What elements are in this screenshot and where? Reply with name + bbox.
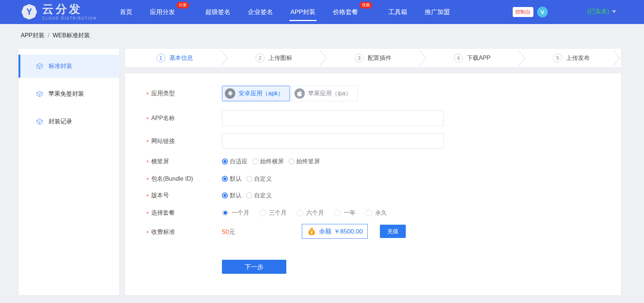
price-label: * 收费标准 xyxy=(146,228,175,236)
app-name-input[interactable] xyxy=(222,110,444,126)
site-url-input[interactable] xyxy=(222,133,444,149)
radio-icon xyxy=(246,176,252,182)
breadcrumb-separator: / xyxy=(48,32,49,38)
step-label: 上传发布 xyxy=(566,54,590,62)
radio-icon xyxy=(252,159,258,164)
svg-text:¥: ¥ xyxy=(311,230,313,234)
nav-item-toolbox[interactable]: 工具箱 xyxy=(388,8,407,16)
chevron-right-icon xyxy=(220,50,228,67)
app-type-ios-button[interactable]: 苹果应用（ipa） xyxy=(291,86,358,101)
step-basic-info[interactable]: 1 基本信息 xyxy=(125,49,224,67)
step-label: 下载APP xyxy=(467,54,490,62)
sidebar-item-standard-packaging[interactable]: 标准封装 xyxy=(18,55,119,78)
top-navbar: Y 云分发 CLOUD DISTRIBUTION 首页 应用分发 分发 超级签名… xyxy=(0,0,644,24)
step-download-app[interactable]: 4 下载APP xyxy=(423,49,522,67)
nav-item-pricing[interactable]: 价格套餐 优惠 xyxy=(333,8,358,16)
required-mark: * xyxy=(146,91,149,97)
cube-icon xyxy=(36,62,43,70)
chevron-right-icon xyxy=(518,50,526,67)
plan-radio-three-months[interactable]: 三个月 xyxy=(259,209,287,217)
next-step-button[interactable]: 下一步 xyxy=(222,260,286,274)
price-unit: 元 xyxy=(229,228,235,236)
radio-icon xyxy=(334,210,341,216)
app-type-label: * 应用类型 xyxy=(146,90,175,98)
chevron-down-icon xyxy=(612,10,616,13)
plan-radio-forever[interactable]: 永久 xyxy=(365,209,387,217)
plan-radio-one-month[interactable]: 一个月 xyxy=(222,209,249,217)
radio-icon xyxy=(365,210,372,216)
android-icon xyxy=(225,88,235,99)
money-bag-icon: ¥ xyxy=(307,227,317,236)
orientation-radio-landscape[interactable]: 始终横屏 xyxy=(252,158,284,166)
step-upload-icon[interactable]: 2 上传图标 xyxy=(224,49,323,67)
chevron-right-icon xyxy=(613,50,621,67)
bundle-id-radio-custom[interactable]: 自定义 xyxy=(246,175,272,183)
nav-item-app-distribution[interactable]: 应用分发 分发 xyxy=(150,8,175,16)
account-dropdown[interactable]: (已实名) xyxy=(587,8,616,16)
step-number: 4 xyxy=(454,54,463,62)
balance-label: 余额 xyxy=(319,227,331,236)
step-configure-plugins[interactable]: 3 配置插件 xyxy=(323,49,422,67)
bundle-id-label: * 包名(Bundle ID) xyxy=(146,175,193,183)
plan-label: * 选择套餐 xyxy=(146,209,175,217)
step-number: 5 xyxy=(553,54,562,62)
radio-icon xyxy=(289,159,294,164)
orientation-radio-portrait[interactable]: 始终竖屏 xyxy=(289,158,320,166)
app-name-label: * APP名称 xyxy=(146,115,175,122)
version-radio-custom[interactable]: 自定义 xyxy=(246,192,272,200)
chevron-right-icon xyxy=(419,50,427,67)
brand-name: 云分发 xyxy=(42,3,97,15)
plan-radio-six-months[interactable]: 六个月 xyxy=(297,209,324,217)
nav-item-home[interactable]: 首页 xyxy=(120,8,132,16)
nav-item-super-signature[interactable]: 超级签名 xyxy=(205,8,230,16)
cube-icon xyxy=(36,90,43,98)
version-label: * 版本号 xyxy=(146,192,169,200)
step-label: 基本信息 xyxy=(169,54,193,62)
brand-subtitle: CLOUD DISTRIBUTION xyxy=(42,16,97,20)
nav-item-affiliate[interactable]: 推广加盟 xyxy=(425,8,450,16)
required-mark: * xyxy=(146,139,149,145)
recharge-button[interactable]: 充值 xyxy=(380,225,406,238)
brand-logo[interactable]: Y 云分发 CLOUD DISTRIBUTION xyxy=(21,3,97,20)
plan-radio-one-year[interactable]: 一年 xyxy=(334,209,355,217)
version-radio-default[interactable]: 默认 xyxy=(222,192,242,200)
step-number: 1 xyxy=(156,54,165,62)
step-wizard: 1 基本信息 2 上传图标 3 配置插件 4 下载APP 5 上传发布 xyxy=(125,49,621,67)
nav-item-enterprise-signature[interactable]: 企业签名 xyxy=(248,8,273,16)
nav-item-app-packaging[interactable]: APP封装 xyxy=(290,8,316,16)
site-url-label: * 网站链接 xyxy=(146,137,175,145)
apple-icon xyxy=(294,88,305,99)
console-button[interactable]: 控制台 xyxy=(513,7,533,17)
radio-icon xyxy=(222,193,228,198)
nav-menu: 首页 应用分发 分发 超级签名 企业签名 APP封装 价格套餐 优惠 工具箱 推… xyxy=(120,0,467,24)
balance-amount: ￥8500.00 xyxy=(334,227,363,236)
required-mark: * xyxy=(146,193,149,199)
distribution-badge: 分发 xyxy=(176,2,189,8)
radio-icon xyxy=(222,210,229,216)
radio-icon xyxy=(259,210,266,216)
sidebar-item-packaging-records[interactable]: 封装记录 xyxy=(18,110,119,133)
step-number: 2 xyxy=(256,54,264,62)
breadcrumb-section[interactable]: APP封装 xyxy=(21,32,44,38)
step-label: 配置插件 xyxy=(368,54,391,62)
app-type-android-button[interactable]: 安卓应用（apk） xyxy=(222,86,290,101)
radio-icon xyxy=(222,159,228,164)
orientation-radio-adaptive[interactable]: 自适应 xyxy=(222,158,247,166)
required-mark: * xyxy=(146,159,149,165)
bundle-id-radio-default[interactable]: 默认 xyxy=(222,175,242,183)
radio-icon xyxy=(297,210,303,216)
price-amount: 50 xyxy=(222,228,229,236)
user-avatar[interactable]: V xyxy=(537,7,548,17)
step-upload-publish[interactable]: 5 上传发布 xyxy=(522,49,621,67)
sidebar-item-apple-signfree-packaging[interactable]: 苹果免签封装 xyxy=(18,82,119,105)
breadcrumb: APP封装/WEB标准封装 xyxy=(21,32,90,40)
sidebar-item-label: 封装记录 xyxy=(48,118,72,126)
balance-display: ¥ 余额￥8500.00 xyxy=(302,224,368,239)
svg-text:Y: Y xyxy=(26,7,32,17)
orientation-label: * 横竖屏 xyxy=(146,158,169,166)
breadcrumb-page: WEB标准封装 xyxy=(53,32,90,38)
sidebar: 标准封装 苹果免签封装 封装记录 xyxy=(18,49,119,295)
discount-badge: 优惠 xyxy=(360,2,372,8)
sidebar-item-label: 苹果免签封装 xyxy=(48,90,84,98)
basic-info-form: * 应用类型 xyxy=(125,74,621,295)
